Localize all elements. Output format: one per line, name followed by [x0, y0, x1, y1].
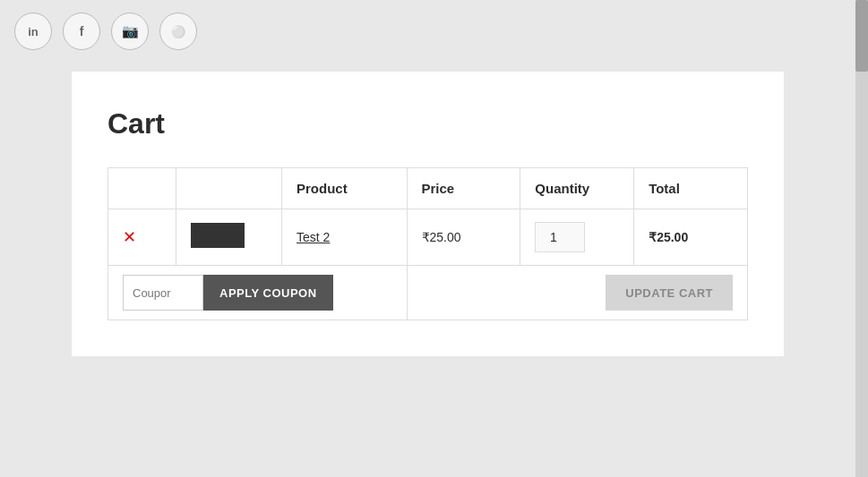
coupon-cell: APPLY COUPON — [108, 266, 408, 320]
dribbble-button[interactable]: ⚪ — [159, 13, 197, 50]
linkedin-button[interactable]: in — [14, 13, 52, 50]
cart-footer-row: APPLY COUPON UPDATE CART — [108, 266, 748, 320]
total-cell: ₹25.00 — [634, 209, 748, 266]
cart-title: Cart — [107, 107, 748, 141]
header-remove — [108, 168, 176, 209]
scrollbar[interactable] — [855, 0, 868, 477]
update-cart-button[interactable]: UPDATE CART — [606, 275, 733, 311]
coupon-area: APPLY COUPON — [123, 275, 392, 311]
linkedin-icon: in — [28, 25, 39, 38]
instagram-icon: 📷 — [122, 23, 139, 39]
remove-cell: ✕ — [108, 209, 176, 266]
dribbble-icon: ⚪ — [171, 25, 185, 38]
thumb-cell — [176, 209, 282, 266]
header-product: Product — [282, 168, 408, 209]
cart-table: Product Price Quantity Total ✕ Test 2 — [107, 167, 748, 320]
header-price: Price — [407, 168, 520, 209]
price-cell: ₹25.00 — [407, 209, 520, 266]
product-cell: Test 2 — [282, 209, 408, 266]
instagram-button[interactable]: 📷 — [111, 13, 149, 50]
header-quantity: Quantity — [520, 168, 634, 209]
apply-coupon-button[interactable]: APPLY COUPON — [203, 275, 333, 311]
product-link[interactable]: Test 2 — [296, 230, 330, 244]
product-thumbnail — [191, 223, 245, 248]
remove-item-button[interactable]: ✕ — [123, 227, 136, 247]
update-cell: UPDATE CART — [407, 266, 747, 320]
facebook-button[interactable]: f — [63, 13, 100, 50]
header-total: Total — [634, 168, 748, 209]
quantity-input[interactable] — [535, 222, 585, 252]
header-thumb — [176, 168, 282, 209]
facebook-icon: f — [80, 24, 84, 38]
main-content: Cart Product Price Quantity Total ✕ — [0, 72, 855, 356]
quantity-cell — [520, 209, 634, 266]
cart-card: Cart Product Price Quantity Total ✕ — [72, 72, 784, 356]
table-row: ✕ Test 2 ₹25.00 ₹25.00 — [108, 209, 748, 266]
table-header-row: Product Price Quantity Total — [108, 168, 748, 209]
scrollbar-thumb[interactable] — [855, 0, 868, 72]
social-bar: in f 📷 ⚪ — [0, 0, 868, 63]
coupon-input[interactable] — [123, 275, 203, 311]
